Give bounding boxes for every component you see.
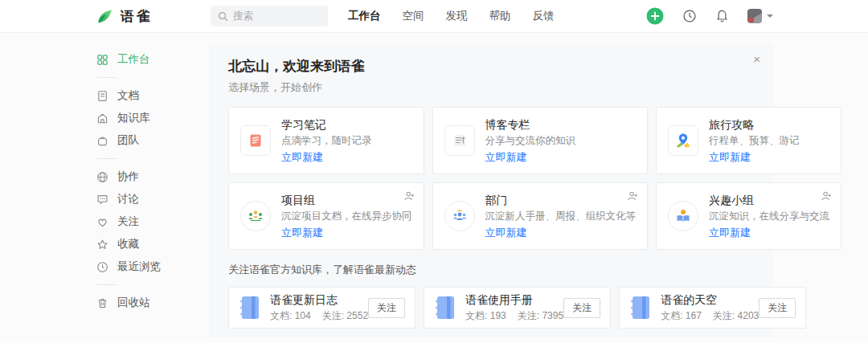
welcome-subtitle: 选择场景，开始创作 [228, 80, 754, 96]
star-icon [96, 239, 108, 251]
sidebar-item-collaboration[interactable]: 协作 [96, 165, 217, 188]
create-now-link[interactable]: 立即新建 [485, 227, 637, 239]
department-people-icon [444, 201, 475, 231]
sidebar-item-docs[interactable]: 文档 [96, 84, 217, 107]
sidebar-item-label: 工作台 [117, 52, 150, 67]
book-home-icon [96, 112, 108, 125]
trash-icon [96, 297, 108, 309]
card-title: 兴趣小组 [709, 194, 829, 207]
create-now-link[interactable]: 立即新建 [281, 227, 412, 239]
scenario-card-department[interactable]: 部门 沉淀新人手册、周报、组织文化等 立即新建 [432, 182, 649, 250]
follow-button[interactable]: 关注 [563, 298, 600, 318]
gray-article-icon [444, 125, 475, 156]
follow-section-title: 关注语雀官方知识库，了解语雀最新动态 [228, 263, 754, 277]
sidebar-item-label: 知识库 [117, 111, 150, 125]
search-input[interactable] [233, 10, 321, 22]
search-box[interactable] [211, 6, 328, 27]
blue-notebook-icon [629, 295, 651, 321]
nav-discover[interactable]: 发现 [446, 9, 468, 23]
sidebar-item-discussions[interactable]: 讨论 [96, 188, 217, 210]
sidebar-item-knowledge-base[interactable]: 知识库 [96, 107, 217, 129]
top-header: 语雀 工作台 空间 发现 帮助 反馈 [0, 0, 868, 33]
sidebar-item-label: 关注 [117, 214, 139, 229]
sidebar-item-following[interactable]: 关注 [96, 210, 217, 233]
document-icon [96, 90, 108, 102]
grid-icon [96, 54, 108, 66]
nav-spaces[interactable]: 空间 [403, 9, 424, 23]
sidebar-item-recently-viewed[interactable]: 最近浏览 [96, 255, 217, 278]
scenario-card-project-group[interactable]: 项目组 沉淀项目文档，在线异步协同 立即新建 [228, 182, 424, 250]
card-desc: 点滴学习，随时记录 [281, 135, 372, 147]
follow-card-title: 语雀更新日志 [270, 293, 358, 306]
follow-button[interactable]: 关注 [759, 298, 796, 318]
follow-card-yuque-sky[interactable]: 语雀的天空 文档: 167 关注: 4203 关注 [619, 287, 806, 329]
top-nav: 工作台 空间 发现 帮助 反馈 [348, 9, 555, 23]
nav-workbench[interactable]: 工作台 [348, 9, 381, 23]
comment-icon [96, 194, 108, 206]
card-desc: 分享与交流你的知识 [485, 135, 576, 147]
sidebar-item-favorites[interactable]: 收藏 [96, 233, 217, 255]
scenario-card-interest-group[interactable]: 兴趣小组 沉淀知识，在线分享与交流 立即新建 [656, 182, 841, 250]
follow-card-changelog[interactable]: 语雀更新日志 文档: 104 关注: 2552 关注 [228, 287, 416, 329]
sidebar-divider [96, 77, 117, 78]
sidebar-divider [96, 284, 117, 285]
scenario-card-travel-guide[interactable]: 旅行攻略 行程单、预算、游记 立即新建 [656, 107, 841, 174]
notifications-bell-icon[interactable] [715, 9, 729, 23]
card-title: 部门 [485, 194, 637, 207]
sidebar-item-trash[interactable]: 回收站 [96, 292, 217, 314]
team-bag-icon [96, 135, 108, 147]
org-people-icon [240, 201, 271, 231]
heart-icon [96, 216, 108, 228]
sidebar-item-label: 协作 [117, 169, 139, 184]
card-desc: 行程单、预算、游记 [709, 135, 800, 147]
yuque-logo[interactable]: 语雀 [96, 7, 153, 26]
card-title: 学习笔记 [281, 118, 372, 132]
sidebar-item-workbench[interactable]: 工作台 [96, 48, 217, 71]
close-icon[interactable]: × [753, 53, 760, 65]
nav-help[interactable]: 帮助 [489, 9, 511, 23]
create-now-link[interactable]: 立即新建 [709, 151, 800, 164]
logo-text: 语雀 [121, 7, 153, 26]
sidebar-item-label: 最近浏览 [117, 259, 161, 274]
followers-count: 关注: 2552 [322, 309, 368, 323]
sidebar-item-label: 收藏 [117, 237, 139, 251]
map-pin-icon [668, 125, 698, 156]
followers-count: 关注: 7395 [518, 309, 563, 323]
user-avatar[interactable] [747, 9, 762, 23]
reader-person-icon [668, 201, 698, 231]
scenario-card-grid: 学习笔记 点滴学习，随时记录 立即新建 博客专栏 分享与交流你的知识 立即新建 [228, 107, 754, 250]
sidebar-item-label: 文档 [117, 88, 139, 103]
follow-card-stats: 文档: 104 关注: 2552 [270, 309, 358, 323]
create-now-link[interactable]: 立即新建 [709, 227, 829, 239]
create-now-link[interactable]: 立即新建 [281, 151, 372, 164]
history-clock-icon[interactable] [682, 9, 697, 23]
card-desc: 沉淀项目文档，在线异步协同 [281, 210, 412, 223]
scenario-card-study-notes[interactable]: 学习笔记 点滴学习，随时记录 立即新建 [228, 107, 424, 174]
sidebar-divider [96, 158, 117, 159]
sidebar-item-label: 讨论 [117, 192, 139, 206]
create-now-link[interactable]: 立即新建 [485, 151, 576, 164]
add-member-icon [403, 190, 415, 202]
caret-down-icon [767, 14, 773, 18]
scenario-card-blog-column[interactable]: 博客专栏 分享与交流你的知识 立即新建 [432, 107, 649, 174]
sidebar-item-label: 团队 [117, 133, 139, 148]
follow-card-stats: 文档: 193 关注: 7395 [465, 309, 554, 323]
search-icon [218, 11, 228, 22]
blue-notebook-icon [434, 295, 456, 321]
nav-feedback[interactable]: 反馈 [533, 9, 555, 23]
docs-count: 文档: 167 [661, 309, 702, 323]
create-plus-icon[interactable] [646, 7, 664, 25]
follow-card-grid: 语雀更新日志 文档: 104 关注: 2552 关注 语雀使用手册 文 [228, 287, 754, 329]
yuque-bird-icon [96, 7, 114, 25]
blue-notebook-icon [239, 295, 260, 321]
docs-count: 文档: 104 [270, 309, 311, 323]
sidebar-item-teams[interactable]: 团队 [96, 129, 217, 152]
follow-button[interactable]: 关注 [368, 298, 405, 318]
follow-card-user-manual[interactable]: 语雀使用手册 文档: 193 关注: 7395 关注 [424, 287, 611, 329]
welcome-title: 北忘山，欢迎来到语雀 [228, 59, 754, 75]
globe-icon [96, 171, 108, 183]
follow-card-stats: 文档: 167 关注: 4203 [661, 309, 749, 323]
followers-count: 关注: 4203 [713, 309, 759, 323]
account-menu[interactable] [747, 9, 773, 23]
welcome-panel: × 北忘山，欢迎来到语雀 选择场景，开始创作 学习笔记 点滴学习，随时记录 立即… [209, 44, 773, 338]
